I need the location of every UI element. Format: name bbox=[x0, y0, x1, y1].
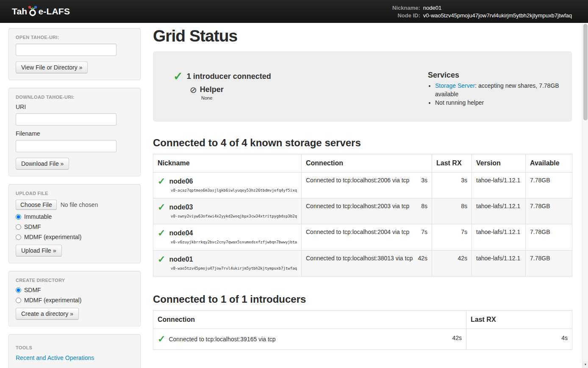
tahoe-lafs-logo: Tah e-LAFS bbox=[12, 6, 70, 17]
col-nickname: Nickname bbox=[153, 154, 302, 172]
connection-age: 42s bbox=[418, 255, 427, 262]
tahoe-node-graph-icon bbox=[28, 5, 38, 17]
download-uri-input[interactable] bbox=[16, 113, 116, 125]
col-version: Version bbox=[472, 154, 526, 172]
connection-text: Connected to tcp:localhost:2004 via tcp bbox=[306, 229, 409, 235]
storage-table-header-row: Nickname Connection Last RX Version Avai… bbox=[153, 154, 572, 172]
sidebar-section-create-directory: CREATE DIRECTORY SDMF MDMF (experimental… bbox=[8, 271, 141, 326]
sidebar: OPEN TAHOE-URI: View File or Directory »… bbox=[8, 28, 141, 368]
node-id: v0-wao5tzv45pmoju47jow7rvl4ukirjm5ytbh2k… bbox=[158, 265, 297, 272]
service-item-helper: Not running helper bbox=[435, 99, 562, 107]
connection-age: 7s bbox=[421, 229, 427, 235]
choose-file-button[interactable]: Choose File bbox=[16, 200, 57, 210]
nickname-cell: ✓node03 v0-swny2viyw63ofxwi4x2yykd2woqjb… bbox=[153, 198, 302, 224]
col-available: Available bbox=[526, 154, 572, 172]
col-introducer-last-rx: Last RX bbox=[466, 310, 572, 329]
introducer-connection-cell: ✓ Connected to tcp:localhost:39165 via t… bbox=[153, 329, 466, 349]
col-introducer-connection: Connection bbox=[153, 310, 466, 329]
nickname-cell: ✓node06 v0-acaz7qptmeo6m3asjlgkb6iwlyuqe… bbox=[153, 172, 302, 198]
version-cell: tahoe-lafs/1.12.1 bbox=[472, 224, 526, 250]
version-cell: tahoe-lafs/1.12.1 bbox=[472, 198, 526, 224]
radio-upload-sdmf[interactable] bbox=[16, 224, 21, 230]
connection-cell: Connected to tcp:localhost:2003 via tcp8… bbox=[302, 198, 432, 224]
scrollbar-down-arrow-icon[interactable]: ▼ bbox=[582, 361, 588, 368]
main-content: Grid Status ✓ 1 introducer connected ⊘ H… bbox=[153, 23, 572, 350]
connection-status-block: ✓ 1 introducer connected ⊘ Helper None bbox=[173, 71, 271, 107]
brand-text-suffix: e-LAFS bbox=[38, 6, 70, 17]
page-title: Grid Status bbox=[153, 27, 572, 45]
radio-dir-sdmf-label: SDMF bbox=[24, 287, 41, 293]
upload-file-label: UPLOAD FILE bbox=[16, 191, 133, 196]
introducer-table-row: ✓ Connected to tcp:localhost:39165 via t… bbox=[153, 329, 572, 349]
connection-cell: Connected to tcp:localhost:38013 via tcp… bbox=[302, 250, 432, 276]
open-uri-label: OPEN TAHOE-URI: bbox=[16, 35, 133, 40]
version-cell: tahoe-lafs/1.12.1 bbox=[472, 250, 526, 276]
sidebar-section-download: DOWNLOAD TAHOE-URI: URI Filename Downloa… bbox=[8, 88, 141, 176]
connected-check-icon: ✓ bbox=[158, 177, 165, 186]
storage-server-link[interactable]: Storage Server bbox=[435, 82, 475, 89]
dir-format-mdmf[interactable]: MDMF (experimental) bbox=[16, 297, 133, 304]
storage-servers-heading: Connected to 4 of 4 known storage server… bbox=[153, 137, 572, 149]
scrollbar-thumb[interactable] bbox=[583, 24, 588, 120]
tools-label: TOOLS bbox=[16, 345, 133, 350]
node-id-label: Node ID: bbox=[392, 12, 420, 19]
node-id: v0-acaz7qptmeo6m3asjlgkb6iwlyuqey53hz26t… bbox=[158, 187, 297, 194]
introducer-check-icon: ✓ bbox=[173, 71, 183, 82]
download-filename-input[interactable] bbox=[16, 140, 116, 152]
upload-format-sdmf[interactable]: SDMF bbox=[16, 223, 133, 230]
filename-field-label: Filename bbox=[16, 130, 133, 137]
connection-cell: Connected to tcp:localhost:2004 via tcp7… bbox=[302, 224, 432, 250]
sidebar-section-tools: TOOLS Recent and Active Operations bbox=[8, 334, 141, 368]
file-chosen-status: No file chosen bbox=[61, 201, 98, 208]
view-file-button[interactable]: View File or Directory » bbox=[16, 61, 88, 73]
node-nickname: node01 bbox=[169, 256, 193, 263]
introducers-table-header-row: Connection Last RX bbox=[153, 310, 572, 329]
radio-immutable[interactable] bbox=[16, 214, 21, 220]
introducer-connection-age: 42s bbox=[452, 335, 462, 341]
radio-dir-mdmf-label: MDMF (experimental) bbox=[24, 297, 81, 304]
recent-operations-link[interactable]: Recent and Active Operations bbox=[16, 354, 94, 361]
radio-dir-mdmf[interactable] bbox=[16, 298, 21, 303]
available-cell: 7.78GB bbox=[526, 224, 572, 250]
available-cell: 7.78GB bbox=[526, 250, 572, 276]
service-item-storage: Storage Server: accepting new shares, 7.… bbox=[435, 82, 562, 99]
upload-file-button[interactable]: Upload File » bbox=[16, 245, 62, 256]
last-rx-cell: 8s bbox=[432, 198, 472, 224]
upload-format-immutable[interactable]: Immutable bbox=[16, 213, 133, 220]
helper-status-detail: None bbox=[201, 95, 271, 100]
services-block: Services Storage Server: accepting new s… bbox=[428, 71, 563, 107]
open-uri-input[interactable] bbox=[16, 44, 116, 56]
radio-upload-sdmf-label: SDMF bbox=[24, 223, 41, 230]
vertical-scrollbar[interactable]: ▼ bbox=[582, 23, 588, 368]
storage-table-row: ✓node01 v0-wao5tzv45pmoju47jow7rvl4ukirj… bbox=[153, 250, 572, 276]
dir-format-sdmf[interactable]: SDMF bbox=[16, 287, 133, 293]
storage-table-row: ✓node04 v0-v6zuyjkbrrkqy2bvc2cny7qwax5sx… bbox=[153, 224, 572, 250]
introducer-status-text: 1 introducer connected bbox=[187, 72, 271, 81]
col-last-rx: Last RX bbox=[432, 154, 472, 172]
connected-check-icon: ✓ bbox=[158, 335, 165, 344]
node-identity-block: Nickname: node01 Node ID: v0-wao5tzv45pm… bbox=[392, 4, 572, 19]
radio-upload-mdmf-label: MDMF (experimental) bbox=[24, 234, 81, 240]
storage-table-row: ✓node03 v0-swny2viyw63ofxwi4x2yykd2woqjb… bbox=[153, 198, 572, 224]
storage-table-row: ✓node06 v0-acaz7qptmeo6m3asjlgkb6iwlyuqe… bbox=[153, 172, 572, 198]
create-directory-button[interactable]: Create a directory » bbox=[16, 308, 79, 320]
connected-check-icon: ✓ bbox=[158, 255, 165, 264]
no-helper-icon: ⊘ bbox=[190, 86, 197, 94]
col-connection: Connection bbox=[302, 154, 432, 172]
introducer-connection-text: Connected to tcp:localhost:39165 via tcp bbox=[169, 336, 275, 343]
helper-status-title: Helper bbox=[200, 85, 224, 94]
connection-text: Connected to tcp:localhost:2006 via tcp bbox=[306, 177, 409, 184]
connection-age: 3s bbox=[421, 177, 427, 184]
node-id-value: v0-wao5tzv45pmoju47jow7rvl4ukirjm5ytbh2k… bbox=[423, 12, 572, 19]
sidebar-section-open-uri: OPEN TAHOE-URI: View File or Directory » bbox=[8, 28, 141, 80]
connection-text: Connected to tcp:localhost:38013 via tcp bbox=[306, 255, 413, 262]
nickname-cell: ✓node01 v0-wao5tzv45pmoju47jow7rvl4ukirj… bbox=[153, 250, 302, 276]
nickname-label: Nickname: bbox=[392, 4, 420, 11]
radio-upload-mdmf[interactable] bbox=[16, 234, 21, 240]
introducers-table: Connection Last RX ✓ Connected to tcp:lo… bbox=[153, 310, 572, 350]
storage-servers-table: Nickname Connection Last RX Version Avai… bbox=[153, 154, 572, 276]
last-rx-cell: 7s bbox=[432, 224, 472, 250]
radio-dir-sdmf[interactable] bbox=[16, 287, 21, 293]
upload-format-mdmf[interactable]: MDMF (experimental) bbox=[16, 234, 133, 240]
download-file-button[interactable]: Download File » bbox=[16, 158, 69, 170]
